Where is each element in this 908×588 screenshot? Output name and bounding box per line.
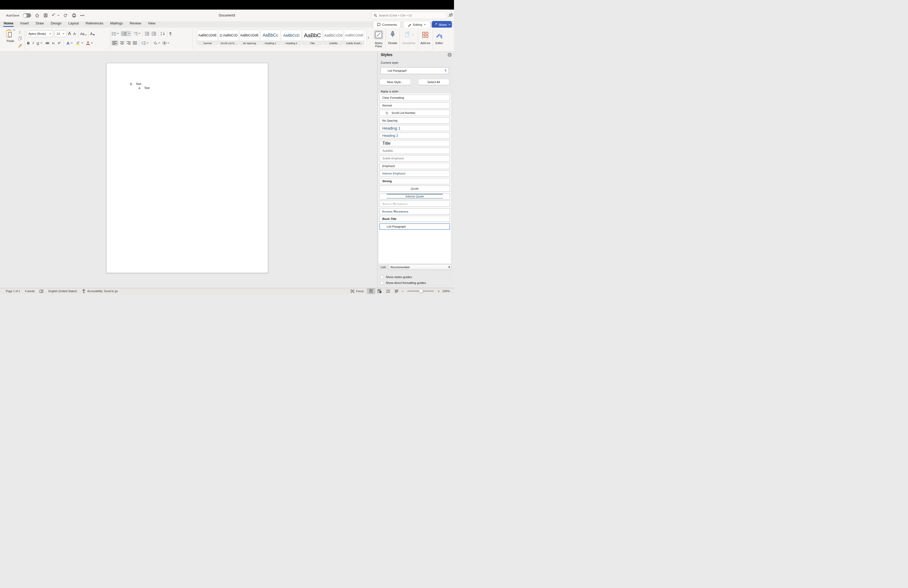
copy-button[interactable]: [18, 36, 22, 40]
undo-dropdown-chevron[interactable]: [57, 14, 60, 16]
zoom-slider[interactable]: [407, 290, 434, 292]
search-field[interactable]: [371, 11, 447, 19]
tab-mailings[interactable]: Mailings: [110, 21, 123, 26]
style-item-subtitle[interactable]: Subtitle: [379, 148, 450, 154]
numbering-chevron[interactable]: [128, 33, 130, 34]
sort-button[interactable]: AZ: [160, 31, 166, 35]
multilevel-chevron[interactable]: [138, 33, 140, 34]
style-item-heading-2[interactable]: Heading 2: [379, 132, 450, 139]
proofing-status-icon[interactable]: [39, 289, 43, 293]
page-count-status[interactable]: Page 1 of 1: [6, 290, 20, 293]
shading-button[interactable]: [153, 41, 160, 45]
outline-view-button[interactable]: [384, 288, 393, 294]
gallery-style-title[interactable]: AaBbC Title: [302, 30, 323, 45]
style-item-normal[interactable]: Normal: [379, 102, 450, 109]
print-layout-view-button[interactable]: [367, 288, 375, 294]
superscript-button[interactable]: x²: [58, 41, 61, 45]
style-item-strong[interactable]: Strong: [379, 178, 450, 184]
style-item-book-title[interactable]: Book Title: [379, 216, 450, 222]
presence-people-button[interactable]: [448, 13, 454, 18]
shrink-font-button[interactable]: Aˆ: [73, 32, 76, 36]
bold-button[interactable]: B: [27, 41, 29, 45]
style-item-no-spacing[interactable]: No Spacing: [379, 118, 450, 124]
document-list-line-2[interactable]: a. Text: [138, 86, 150, 90]
style-item-subtle-reference[interactable]: Subtle Reference: [379, 200, 450, 207]
redo-button[interactable]: [63, 13, 68, 18]
cut-button[interactable]: ✂: [18, 31, 22, 34]
style-item-intense-quote[interactable]: Intense Quote: [379, 193, 450, 200]
gallery-style-subtle-emphasis[interactable]: AaBbCcDdE Subtle Emph...: [344, 30, 364, 45]
save-button[interactable]: [43, 13, 48, 18]
style-item-subtle-emphasis[interactable]: Subtle Emphasis: [379, 155, 450, 161]
document-list-line-1[interactable]: 1) Text: [130, 82, 141, 85]
editing-mode-button[interactable]: Editing: [403, 21, 430, 28]
show-styles-guides-checkbox[interactable]: [380, 275, 384, 279]
show-direct-formatting-checkbox[interactable]: [380, 281, 384, 285]
select-all-button[interactable]: Select All: [418, 79, 449, 85]
document-canvas[interactable]: 1) Text a. Text: [0, 52, 377, 288]
decrease-indent-button[interactable]: [145, 32, 150, 35]
language-status[interactable]: English (United States): [48, 290, 77, 293]
font-size-combo[interactable]: 12: [55, 30, 66, 37]
current-style-box[interactable]: List Paragraph ¶: [380, 67, 449, 74]
style-item-intense-reference[interactable]: Intense Reference: [379, 208, 450, 214]
style-item-clear-formatting[interactable]: Clear Formatting: [379, 95, 450, 101]
share-button[interactable]: Share: [432, 21, 452, 28]
bullets-chevron[interactable]: [117, 33, 119, 34]
font-color-chevron[interactable]: [91, 42, 93, 44]
new-style-button[interactable]: New Style...: [380, 79, 411, 85]
editor-button[interactable]: Editor: [433, 29, 446, 45]
focus-mode-button[interactable]: Focus: [347, 290, 367, 293]
clear-formatting-button[interactable]: A◆: [90, 32, 95, 36]
gallery-expand-button[interactable]: ›: [368, 35, 369, 40]
zoom-out-button[interactable]: −: [401, 289, 405, 293]
list-filter-dropdown[interactable]: Recommended: [388, 264, 451, 270]
gallery-style-heading-1[interactable]: AaBbCc Heading 1: [260, 30, 281, 45]
tab-review[interactable]: Review: [130, 21, 141, 26]
font-color-button[interactable]: A: [86, 41, 90, 45]
style-item-list-paragraph-selected[interactable]: List Paragraph: [379, 223, 450, 230]
justify-button[interactable]: [133, 41, 137, 45]
align-left-button-active[interactable]: [111, 40, 118, 46]
search-input[interactable]: [379, 14, 440, 17]
gallery-style-no-spacing[interactable]: AaBbCcDdE No Spacing: [239, 30, 260, 45]
tab-design[interactable]: Design: [51, 21, 61, 26]
line-spacing-chevron[interactable]: [147, 42, 149, 44]
underline-chevron[interactable]: [40, 42, 42, 44]
text-effects-button[interactable]: A: [67, 41, 69, 45]
align-right-button[interactable]: [126, 41, 131, 45]
style-item-heading-1[interactable]: Heading 1: [379, 125, 450, 131]
line-spacing-button[interactable]: [141, 41, 149, 45]
document-page[interactable]: 1) Text a. Text: [106, 63, 268, 273]
strikethrough-button[interactable]: ab: [45, 41, 49, 45]
paste-button[interactable]: Paste: [4, 29, 16, 49]
web-layout-view-button[interactable]: [375, 288, 384, 294]
text-effects-chevron[interactable]: [71, 42, 73, 44]
format-painter-button[interactable]: [18, 43, 22, 48]
tab-insert[interactable]: Insert: [20, 21, 29, 26]
comments-button[interactable]: Comments: [373, 21, 401, 28]
change-case-button[interactable]: Aa: [80, 32, 87, 36]
zoom-in-button[interactable]: +: [436, 289, 441, 293]
tab-home[interactable]: Home: [4, 21, 13, 26]
increase-indent-button[interactable]: [151, 32, 156, 35]
tab-draw[interactable]: Draw: [36, 21, 44, 26]
style-item-intense-emphasis[interactable]: Intense Emphasis: [379, 170, 450, 177]
borders-button[interactable]: [162, 41, 169, 45]
tab-view[interactable]: View: [148, 21, 155, 26]
shading-chevron[interactable]: [158, 42, 160, 44]
word-count-status[interactable]: 4 words: [25, 290, 35, 293]
autosave-toggle[interactable]: [23, 13, 31, 18]
accessibility-status[interactable]: Accessibility: Good to go: [82, 289, 118, 293]
italic-button[interactable]: I: [32, 41, 34, 45]
addins-button[interactable]: Add-ins: [418, 29, 433, 45]
highlight-chevron[interactable]: [81, 42, 84, 44]
tab-references[interactable]: References: [86, 21, 103, 26]
gallery-style-scroll-list-number[interactable]: 1) AaBbCcD Scroll List N...: [218, 30, 239, 45]
align-center-button[interactable]: [120, 41, 124, 45]
undo-button[interactable]: [52, 13, 60, 18]
print-button[interactable]: [72, 13, 76, 18]
gallery-style-subtitle[interactable]: AaBbCcDd Subtitle: [323, 30, 344, 45]
draft-view-button[interactable]: [393, 288, 401, 294]
styles-pane-close-button[interactable]: [448, 53, 452, 57]
